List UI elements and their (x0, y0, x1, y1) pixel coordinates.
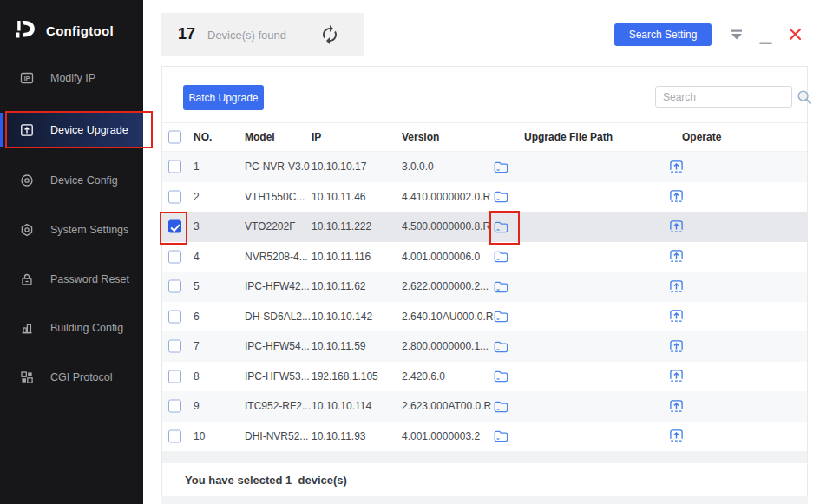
column-header-model: Model (245, 131, 275, 143)
cell-version: 2.420.6.0 (402, 370, 445, 383)
folder-icon[interactable] (494, 429, 509, 444)
row-checkbox[interactable] (168, 250, 181, 263)
sidebar-item-cgi-protocol[interactable]: CGI Protocol (0, 360, 143, 395)
sidebar-item-building-config[interactable]: Building Config (0, 311, 143, 345)
app-logo: Configtool (12, 17, 114, 43)
sidebar-item-system-settings[interactable]: System Settings (0, 213, 143, 247)
row-checkbox[interactable] (168, 220, 181, 233)
cell-model: DHI-NVR52... (245, 430, 308, 442)
search-setting-button[interactable]: Search Setting (614, 23, 712, 46)
cell-version: 4.500.0000000.8.R (402, 220, 490, 232)
table-row: 4 NVR5208-4... 10.10.11.116 4.001.000000… (162, 242, 807, 272)
cell-model: VTH1550C... (245, 191, 305, 203)
row-checkbox[interactable] (168, 190, 181, 203)
cell-model: VTO2202F (245, 220, 295, 232)
sidebar-item-label: Building Config (50, 322, 123, 334)
folder-icon[interactable] (494, 278, 509, 294)
table-row: 10 DHI-NVR52... 10.10.11.93 4.001.000000… (162, 422, 807, 452)
upload-icon[interactable] (669, 278, 685, 294)
cell-version: 2.800.0000000.1... (402, 340, 489, 352)
cell-ip: 10.10.11.116 (312, 251, 371, 263)
folder-icon[interactable] (494, 398, 509, 414)
cell-ip: 10.10.10.17 (312, 160, 366, 173)
cell-ip: 192.168.1.105 (312, 370, 378, 383)
upload-icon[interactable] (669, 219, 685, 234)
upload-icon[interactable] (669, 429, 685, 444)
cell-model: PC-NVR-V3.0 (245, 160, 310, 173)
row-checkbox[interactable] (168, 160, 181, 173)
cell-model: DH-SD6AL2... (245, 311, 311, 323)
refresh-icon[interactable] (319, 24, 340, 45)
cell-no: 5 (194, 280, 200, 292)
row-checkbox[interactable] (168, 310, 181, 323)
folder-icon[interactable] (494, 309, 509, 324)
cell-version: 4.001.0000006.0 (402, 251, 480, 263)
device-upgrade-icon (20, 123, 34, 137)
sidebar-item-password-reset[interactable]: Password Reset (0, 262, 143, 297)
cell-ip: 10.10.11.93 (312, 430, 366, 442)
folder-icon[interactable] (494, 219, 509, 234)
folder-icon[interactable] (494, 338, 509, 354)
cell-no: 8 (194, 370, 200, 383)
sidebar-item-device-upgrade[interactable]: Device Upgrade (0, 113, 143, 147)
table-footer-divider (162, 451, 807, 463)
row-checkbox[interactable] (168, 400, 181, 413)
system-settings-icon (20, 223, 34, 237)
cell-ip: 10.10.11.46 (312, 191, 366, 203)
cell-no: 10 (194, 430, 205, 442)
cell-no: 3 (194, 220, 200, 232)
row-checkbox[interactable] (168, 280, 181, 293)
row-checkbox[interactable] (168, 429, 181, 442)
configtool-window: Configtool IP Modify IP Device Upgrade D… (0, 0, 820, 504)
table-header: NO. Model IP Version Upgrade File Path O… (162, 122, 807, 152)
upload-icon[interactable] (669, 309, 685, 324)
upload-icon[interactable] (669, 369, 685, 384)
sidebar-item-label: Device Upgrade (50, 124, 128, 136)
cell-version: 2.640.10AU000.0.R (402, 311, 493, 323)
upload-icon[interactable] (669, 159, 685, 174)
folder-icon[interactable] (494, 189, 509, 205)
folder-icon[interactable] (494, 369, 509, 384)
upload-icon[interactable] (669, 249, 685, 265)
table-row: 7 IPC-HFW54... 10.10.11.59 2.800.0000000… (162, 331, 807, 362)
sidebar-item-label: Password Reset (50, 273, 129, 285)
cell-version: 3.0.0.0 (402, 160, 434, 173)
cell-model: IPC-HFW53... (245, 370, 310, 383)
password-reset-icon (20, 272, 34, 286)
folder-icon[interactable] (494, 159, 509, 174)
batch-upgrade-button[interactable]: Batch Upgrade (183, 85, 264, 110)
table-row: 6 DH-SD6AL2... 10.10.10.142 2.640.10AU00… (162, 302, 807, 332)
folder-icon[interactable] (494, 249, 509, 265)
device-config-icon (20, 173, 34, 187)
cell-ip: 10.10.11.222 (312, 220, 371, 232)
table-row: 1 PC-NVR-V3.0 10.10.10.17 3.0.0.0 (162, 152, 807, 182)
cell-version: 2.622.0000000.2... (402, 280, 489, 292)
cell-version: 4.001.0000003.2 (402, 430, 480, 442)
upload-icon[interactable] (669, 338, 685, 354)
table-row: 9 ITC952-RF2... 10.10.10.114 2.623.000AT… (162, 391, 807, 422)
magnifier-icon[interactable] (796, 88, 813, 106)
collapse-triangle-icon[interactable] (730, 29, 744, 44)
upload-icon[interactable] (669, 398, 685, 414)
upload-icon[interactable] (669, 189, 685, 205)
selection-summary: You have selected 1 device(s) (185, 474, 347, 487)
cell-no: 4 (194, 251, 200, 263)
search-input[interactable] (655, 86, 792, 108)
minimize-icon[interactable] (759, 33, 772, 49)
sidebar-item-modify-ip[interactable]: IP Modify IP (0, 61, 143, 95)
selection-footer: You have selected 1 device(s) (162, 463, 807, 496)
cell-no: 2 (194, 191, 200, 203)
sidebar-item-label: Device Config (50, 174, 118, 187)
cell-model: IPC-HFW42... (245, 280, 310, 292)
cell-version: 4.410.0000002.0.R (402, 191, 490, 203)
select-all-checkbox[interactable] (168, 131, 181, 144)
sidebar-item-device-config[interactable]: Device Config (0, 163, 143, 198)
close-icon[interactable] (789, 28, 802, 44)
row-checkbox[interactable] (168, 370, 181, 383)
cell-no: 7 (194, 340, 200, 352)
column-header-operate: Operate (682, 131, 721, 143)
row-checkbox[interactable] (168, 340, 181, 353)
cell-no: 6 (194, 311, 200, 323)
table-row: 3 VTO2202F 10.10.11.222 4.500.0000000.8.… (162, 212, 807, 242)
table-row: 2 VTH1550C... 10.10.11.46 4.410.0000002.… (162, 182, 807, 213)
